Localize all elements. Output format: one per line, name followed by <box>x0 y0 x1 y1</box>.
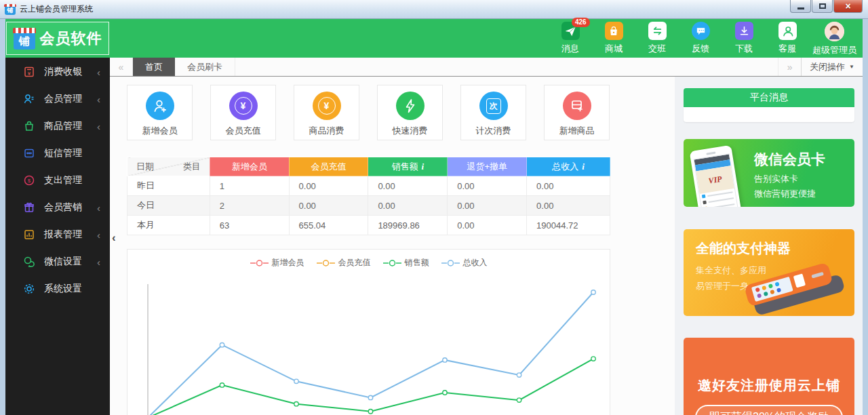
download-icon <box>735 22 753 40</box>
platform-messages-panel[interactable]: 平台消息 <box>684 88 854 122</box>
col-sales: 销售额i <box>368 157 448 176</box>
pos-terminal-image <box>734 252 853 316</box>
legend-sales[interactable]: 销售额 <box>383 257 429 269</box>
sidebar-item-cashier[interactable]: ¥ 消费收银 ‹ <box>5 58 110 85</box>
sidebar-item-marketing[interactable]: 会员营销 ‹ <box>5 194 110 221</box>
payment-device-banner[interactable]: 全能的支付神器 集全支付、多应用 易管理于一身 <box>684 229 854 316</box>
chevron-left-icon: ‹ <box>97 121 100 132</box>
table-corner-cell: 日期 类目 <box>127 157 210 176</box>
tabs-scroll-right[interactable]: » <box>778 58 801 76</box>
minimize-button[interactable] <box>790 0 811 13</box>
tab-member-swipe[interactable]: 会员刷卡 <box>175 58 235 76</box>
gift-icon <box>23 201 35 214</box>
quick-fast-consume[interactable]: 快速消费 <box>377 85 443 140</box>
shopping-bag-icon <box>605 22 623 40</box>
message-count-badge: 426 <box>572 18 590 27</box>
legend-marker-icon <box>250 260 269 266</box>
tabs-scroll-left[interactable]: « <box>110 58 133 76</box>
platform-messages-title: 平台消息 <box>684 88 854 107</box>
quick-member-recharge[interactable]: ¥ 会员充值 <box>210 85 276 140</box>
sidebar-item-sms[interactable]: 短信管理 <box>5 140 110 167</box>
maximize-button[interactable] <box>812 0 833 13</box>
trend-chart-svg <box>127 269 610 415</box>
sidebar-item-members[interactable]: 会员管理 ‹ <box>5 85 110 113</box>
person-add-icon <box>146 92 174 120</box>
svg-text:¥: ¥ <box>27 71 31 77</box>
tab-home[interactable]: 首页 <box>133 58 175 76</box>
sidebar: ¥ 消费收银 ‹ 会员管理 ‹ 商品管理 ‹ <box>5 58 110 415</box>
chart-legend: 新增会员 会员充值 销售额 <box>127 250 610 269</box>
yen-recharge-icon: ¥ <box>229 92 258 120</box>
close-icon: × <box>845 1 850 11</box>
chevron-left-icon: ‹ <box>97 203 100 213</box>
legend-total-income[interactable]: 总收入 <box>441 257 488 269</box>
count-icon: 次 <box>479 92 508 120</box>
nav-feedback[interactable]: 反馈 <box>679 18 722 58</box>
col-recharge: 会员充值 <box>289 157 368 176</box>
quick-add-member[interactable]: 新增会员 <box>127 85 193 140</box>
platform-messages-body <box>684 107 854 122</box>
table-row-yesterday: 昨日 1 0.00 0.00 0.00 0.00 <box>127 176 610 196</box>
app-window-icon: 铺 <box>5 4 16 15</box>
close-actions-dropdown[interactable]: 关闭操作 ▼ <box>801 58 863 76</box>
nav-messages[interactable]: 426 消息 <box>549 18 592 58</box>
legend-marker-icon <box>383 260 401 266</box>
summary-table: 日期 类目 新增会员 会员充值 销售额i 退货+撤单 总收入i <box>127 157 610 235</box>
customer-service-icon <box>778 22 797 40</box>
sidebar-collapse-handle[interactable]: ‹ <box>112 231 116 245</box>
app-logo[interactable]: 铺 会员软件 <box>6 22 109 55</box>
nav-shift-change[interactable]: 交班 <box>635 18 679 58</box>
col-new-members: 新增会员 <box>210 157 289 176</box>
sidebar-item-settings[interactable]: 系统设置 <box>5 275 110 302</box>
phone-mockup: VIP <box>690 145 743 207</box>
chevron-left-icon: ‹ <box>97 230 100 240</box>
right-rail: 平台消息 VIP <box>675 77 863 415</box>
nav-support[interactable]: 客服 <box>766 18 809 58</box>
sidebar-item-expenses[interactable]: $ 支出管理 <box>5 167 110 194</box>
nav-account[interactable]: 超级管理员 <box>809 18 860 59</box>
legend-new-members[interactable]: 新增会员 <box>250 257 304 269</box>
info-icon[interactable]: i <box>582 161 585 172</box>
app-header: 铺 会员软件 426 消息 商城 交班 <box>5 19 863 58</box>
chevron-left-icon: ‹ <box>97 94 100 104</box>
chevron-left-icon: ‹ <box>97 257 100 267</box>
sidebar-item-reports[interactable]: 报表管理 ‹ <box>5 221 110 248</box>
yen-consume-icon: ¥ <box>313 92 341 120</box>
admin-avatar <box>825 22 844 41</box>
legend-recharge[interactable]: 会员充值 <box>317 257 371 269</box>
gear-icon <box>23 283 35 295</box>
quick-count-consume[interactable]: 次 计次消费 <box>460 85 526 140</box>
sms-icon <box>23 147 35 159</box>
legend-marker-icon <box>317 260 335 266</box>
table-row-today: 今日 2 0.00 0.00 0.00 0.00 <box>127 196 610 216</box>
sidebar-item-wechat[interactable]: 微信设置 ‹ <box>5 248 110 275</box>
tab-bar: « 首页 会员刷卡 » 关闭操作 ▼ <box>110 58 863 77</box>
app-frame: 铺 会员软件 426 消息 商城 交班 <box>5 19 863 415</box>
info-icon[interactable]: i <box>422 161 425 172</box>
chat-bubble-icon <box>692 22 710 40</box>
minimize-icon <box>797 7 804 9</box>
wechat-member-card-banner[interactable]: VIP 微信会员卡 告别实体卡 微信营销更便捷 <box>684 139 854 207</box>
quick-product-consume[interactable]: ¥ 商品消费 <box>294 85 359 140</box>
logo-text: 会员软件 <box>40 28 102 49</box>
close-button[interactable]: × <box>833 0 863 13</box>
lightning-icon <box>396 92 425 120</box>
member-icon <box>23 93 35 105</box>
window-controls: × <box>790 0 863 13</box>
cash-register-icon: ¥ <box>23 66 35 78</box>
trend-chart-panel: 新增会员 会员充值 销售额 <box>127 249 610 415</box>
coin-icon: $ <box>23 174 35 186</box>
nav-download[interactable]: 下载 <box>722 18 766 58</box>
invite-reward-button[interactable]: 即可获得20%的现金奖励 <box>695 405 843 415</box>
quick-add-product[interactable]: 新增商品 <box>544 85 610 140</box>
wechat-icon <box>23 256 35 268</box>
col-refunds: 退货+撤单 <box>448 157 527 176</box>
sidebar-item-products[interactable]: 商品管理 ‹ <box>5 113 110 140</box>
nav-mall[interactable]: 商城 <box>592 18 635 58</box>
box-add-icon <box>563 92 591 120</box>
product-bag-icon <box>23 120 35 132</box>
main-content: ‹ 新增会员 ¥ 会员充值 <box>110 77 675 415</box>
wechat-banner-line1: 告别实体卡 <box>754 173 798 185</box>
invite-banner[interactable]: 邀好友注册使用云上铺 即可获得20%的现金奖励 <box>684 338 854 415</box>
legend-marker-icon <box>441 260 460 266</box>
